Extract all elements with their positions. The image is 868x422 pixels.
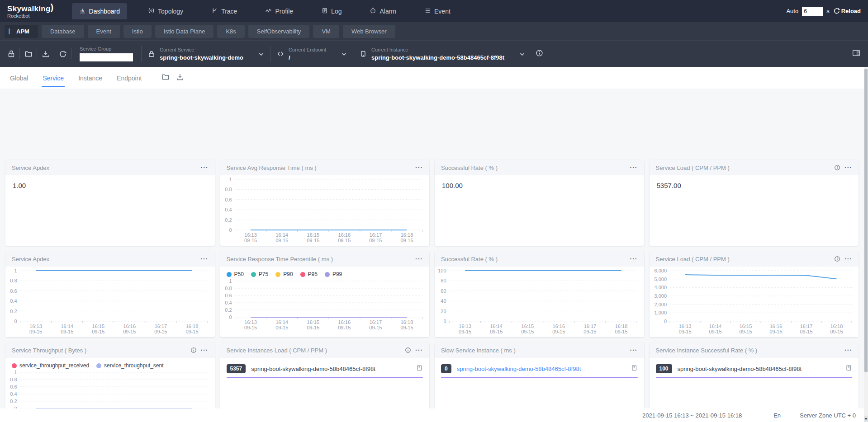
tab-endpoint[interactable]: Endpoint (116, 69, 142, 87)
group-tab-selfobservability[interactable]: SelfObservability (248, 25, 310, 38)
info-icon[interactable] (190, 347, 197, 353)
svg-text:09-15: 09-15 (800, 329, 812, 334)
card-header: Service Throughput ( Bytes ) ··· (5, 342, 215, 358)
app-logo[interactable]: Skywalking) Rocketbot (7, 4, 54, 19)
nav-item-topology[interactable]: Topology (141, 3, 190, 19)
scrollbar-down-button[interactable]: ▼ (864, 416, 868, 422)
refresh-icon[interactable] (54, 48, 71, 59)
svg-text:16:14: 16:14 (61, 324, 73, 329)
legend-item[interactable]: P50 (227, 271, 244, 277)
legend-item[interactable]: service_throughput_sent (96, 362, 163, 369)
svg-text:16:16: 16:16 (123, 324, 136, 329)
svg-text:1: 1 (14, 268, 17, 273)
more-icon[interactable]: ··· (630, 348, 638, 352)
folder-icon[interactable] (20, 48, 37, 59)
auto-interval-input[interactable] (802, 7, 823, 16)
group-tab-event[interactable]: Event (88, 25, 120, 38)
info-icon[interactable] (405, 347, 411, 353)
current-endpoint-label: Current Endpoint (289, 47, 326, 52)
svg-text:0: 0 (229, 227, 232, 233)
language-toggle[interactable]: En (773, 412, 781, 419)
tab-global[interactable]: Global (9, 69, 29, 87)
current-instance-selector[interactable]: Current Instance spring-boot-skywalking-… (353, 47, 531, 61)
group-tab-database[interactable]: Database (42, 25, 84, 38)
svg-text:1: 1 (229, 278, 232, 284)
tab-instance[interactable]: Instance (77, 69, 103, 87)
svg-text:16:15: 16:15 (522, 324, 534, 329)
metric-value: 1.00 (5, 175, 215, 196)
card-title: Service Load ( CPM / PPM ) (656, 256, 835, 263)
time-range[interactable]: 2021-09-15 16:13 ~ 2021-09-15 16:18 (642, 412, 742, 419)
server-zone[interactable]: Server Zone UTC + 0 (800, 412, 856, 419)
nav-item-profile[interactable]: Profile (258, 3, 300, 19)
logo-subtitle: Rocketbot (7, 14, 54, 19)
legend-item[interactable]: service_throughput_received (12, 362, 89, 369)
info-icon[interactable] (834, 164, 840, 171)
folder-icon[interactable] (161, 73, 170, 83)
current-service-selector[interactable]: Current Service spring-boot-skywalking-d… (142, 47, 270, 61)
footer-bar: 2021-09-15 16:13 ~ 2021-09-15 16:18 En S… (0, 408, 864, 422)
card-successful-rate: Successful Rate ( % ) ··· 100.00 (435, 160, 644, 246)
more-icon[interactable]: ··· (844, 257, 852, 261)
svg-text:16:14: 16:14 (275, 319, 288, 325)
copy-icon[interactable] (845, 364, 852, 373)
lock-icon[interactable] (3, 48, 20, 59)
legend-dot (325, 272, 330, 277)
more-icon[interactable]: ··· (415, 165, 423, 170)
svg-text:1: 1 (14, 370, 17, 375)
legend-item[interactable]: P75 (251, 271, 268, 277)
card-header: Service Apdex ··· (5, 160, 215, 175)
instance-name[interactable]: spring-boot-skywalking-demo-58b48465cf-8… (678, 366, 802, 372)
svg-text:09-15: 09-15 (154, 329, 167, 334)
more-icon[interactable]: ··· (844, 348, 852, 352)
more-icon[interactable]: ··· (201, 165, 209, 170)
alarm-icon (370, 7, 376, 15)
info-icon[interactable] (834, 256, 840, 262)
current-endpoint-selector[interactable]: Current Endpoint / (270, 47, 353, 61)
chart-icon (79, 7, 86, 15)
more-icon[interactable]: ··· (630, 165, 638, 170)
more-icon[interactable]: ··· (201, 257, 209, 261)
logo-swoosh-icon: ) (51, 2, 54, 12)
copy-icon[interactable] (416, 364, 423, 373)
vertical-scrollbar[interactable]: ▼ (864, 67, 868, 422)
instance-name[interactable]: spring-boot-skywalking-demo-58b48465cf-8… (251, 366, 375, 372)
more-icon[interactable]: ··· (415, 348, 423, 352)
export-icon[interactable] (37, 48, 54, 59)
more-icon[interactable]: ··· (415, 257, 423, 261)
current-instance-label: Current Instance (371, 47, 504, 52)
service-group-label: Service Group (80, 46, 133, 52)
reload-button[interactable]: Reload (833, 7, 861, 15)
legend-item[interactable]: P99 (325, 271, 342, 277)
nav-item-alarm[interactable]: Alarm (362, 3, 403, 19)
nav-item-event[interactable]: Event (417, 3, 458, 19)
group-tab-apm[interactable]: APM (5, 25, 38, 38)
instance-name-link[interactable]: spring-boot-skywalking-demo-58b48465cf-8… (457, 366, 581, 372)
copy-icon[interactable] (631, 364, 638, 373)
group-tab-k8s[interactable]: K8s (217, 25, 244, 38)
group-tab-vm[interactable]: VM (313, 25, 339, 38)
card-title: Slow Service Instance ( ms ) (441, 347, 630, 354)
legend-item[interactable]: P95 (300, 271, 318, 277)
download-icon[interactable] (176, 73, 184, 83)
instance-row: 0 spring-boot-skywalking-demo-58b48465cf… (435, 358, 644, 373)
current-service-value: spring-boot-skywalking-demo (160, 54, 243, 61)
nav-item-log[interactable]: Log (314, 3, 349, 19)
svg-text:09-15: 09-15 (338, 325, 351, 330)
nav-item-dashboard[interactable]: Dashboard (72, 3, 128, 19)
more-icon[interactable]: ··· (201, 348, 209, 352)
more-icon[interactable]: ··· (844, 165, 852, 170)
legend-dot (275, 272, 280, 277)
info-icon[interactable] (536, 49, 543, 59)
service-group-input[interactable] (80, 53, 133, 61)
legend-item[interactable]: P90 (275, 271, 293, 277)
group-tab-web-browser[interactable]: Web Browser (343, 25, 395, 38)
panel-toggle-icon[interactable] (852, 49, 861, 59)
tab-service[interactable]: Service (42, 69, 65, 87)
more-icon[interactable]: ··· (630, 257, 638, 261)
scrollbar-thumb[interactable] (864, 69, 868, 372)
group-tab-istio-data-plane[interactable]: Istio Data Plane (155, 25, 214, 38)
line-chart: 00.20.40.60.8116:1309-1516:1409-1516:150… (220, 278, 430, 332)
nav-item-trace[interactable]: Trace (204, 3, 244, 19)
group-tab-istio[interactable]: Istio (123, 25, 152, 38)
